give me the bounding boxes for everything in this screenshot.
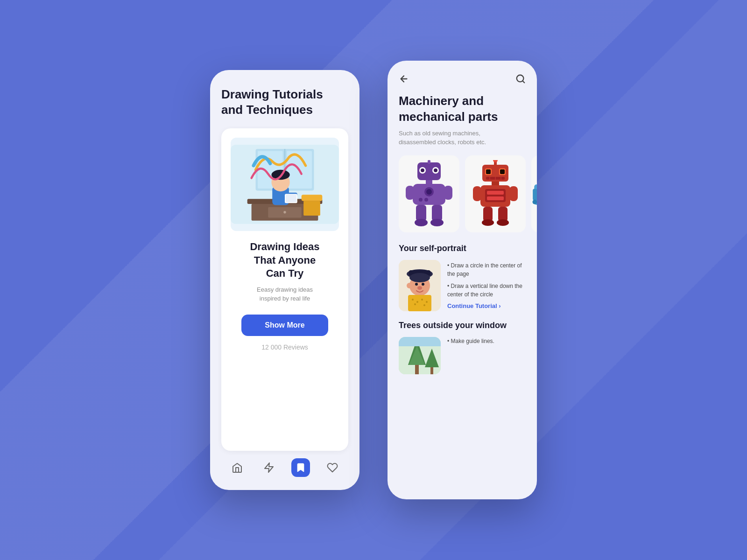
self-portrait-card: • Draw a circle in the center of the pag… [399,260,526,311]
back-button[interactable] [399,74,409,86]
trees-title: Trees outside your window [399,321,526,330]
reviews-count: 12 000 Reviews [261,343,308,351]
section-title: Machinery andmechanical parts [399,93,526,125]
svg-point-67 [415,283,418,286]
svg-rect-53 [473,186,481,201]
svg-rect-31 [406,186,414,200]
svg-rect-43 [500,169,505,174]
trees-card: • Make guide lines. [399,337,526,374]
phone2-header [388,61,537,93]
svg-rect-52 [487,196,504,200]
phone-2: Machinery andmechanical parts Such as ol… [388,61,537,499]
card-illustration [231,138,339,231]
svg-point-35 [415,219,428,226]
svg-point-69 [417,286,422,290]
svg-point-36 [430,219,444,226]
svg-point-22 [421,168,424,172]
bottom-nav [221,451,348,479]
svg-rect-9 [302,195,323,201]
robot-card-red[interactable] [465,155,526,232]
card-article-title: Drawing IdeasThat AnyoneCan Try [250,240,319,280]
svg-rect-48 [492,182,499,185]
svg-rect-16 [286,195,296,202]
svg-point-74 [421,299,423,301]
svg-point-57 [482,219,494,226]
show-more-button[interactable]: Show More [241,315,328,336]
svg-rect-54 [509,186,518,201]
card: Drawing IdeasThat AnyoneCan Try Eeasy dr… [221,128,348,451]
robots-row [399,155,526,232]
svg-point-29 [419,198,423,202]
svg-rect-34 [432,205,442,221]
svg-marker-17 [265,463,273,472]
section-desc: Such as old sewing machines,disassembled… [399,129,526,147]
svg-point-72 [412,299,414,301]
continue-tutorial-link[interactable]: Continue Tutorial › [447,302,526,309]
phone2-content: Machinery andmechanical parts Such as ol… [388,93,537,499]
svg-point-61 [533,199,537,204]
svg-point-68 [422,283,424,286]
trees-thumb [399,337,441,374]
trees-bullet-1: • Make guide lines. [447,337,526,345]
phone-1: Drawing Tutorialsand Techniques [210,70,359,490]
bullet-2: • Draw a vertical line down the center o… [447,282,526,299]
svg-rect-60 [533,189,537,200]
screens-container: Drawing Tutorialsand Techniques [210,61,537,499]
svg-rect-33 [416,205,426,221]
svg-point-8 [283,211,286,213]
bookmark-nav-button[interactable] [291,458,310,477]
self-portrait-title: Your self-portrait [399,244,526,253]
svg-point-66 [409,273,430,282]
svg-point-23 [434,168,437,172]
svg-rect-10 [303,201,320,216]
svg-rect-51 [487,191,504,195]
svg-rect-79 [415,365,419,374]
svg-rect-82 [430,367,433,374]
svg-point-77 [423,304,425,306]
svg-point-70 [407,283,412,288]
svg-rect-84 [399,337,441,346]
heart-nav-button[interactable] [323,458,342,477]
bullet-1: • Draw a circle in the center of the pag… [447,261,526,278]
phone1-title: Drawing Tutorialsand Techniques [221,87,348,117]
svg-rect-71 [408,295,431,311]
svg-rect-25 [426,180,432,184]
trees-info: • Make guide lines. [447,337,526,374]
svg-point-58 [497,219,509,226]
svg-rect-24 [428,160,430,164]
svg-rect-32 [444,186,452,200]
self-portrait-info: • Draw a circle in the center of the pag… [447,260,526,311]
self-portrait-thumb [399,260,441,311]
bolt-nav-button[interactable] [260,458,278,477]
home-nav-button[interactable] [228,458,247,477]
search-button[interactable] [515,74,526,86]
svg-point-75 [426,301,428,303]
robot-card-purple[interactable] [399,155,459,232]
robot-card-blue-partial[interactable] [531,155,537,232]
svg-point-30 [424,198,428,202]
svg-rect-42 [486,169,491,174]
svg-point-76 [414,303,416,305]
card-article-subtitle: Eeasy drawing ideasinspired by real life [257,285,313,303]
svg-point-28 [426,189,432,195]
svg-point-38 [493,160,498,162]
svg-point-73 [416,301,418,303]
